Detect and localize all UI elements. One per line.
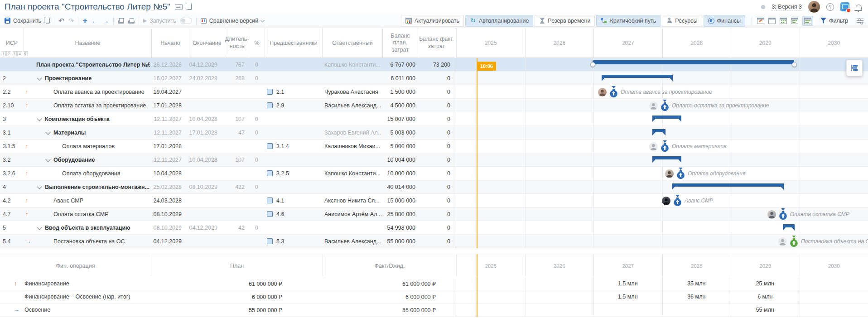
year-gridline: [800, 58, 800, 248]
toolbar-autoplan-button[interactable]: ↻Автопланирование: [465, 15, 533, 27]
end-date-cell: 08.10.2029: [189, 180, 217, 193]
col-header-fact-balance[interactable]: Баланс факт. затрат: [418, 28, 455, 58]
outdent-button[interactable]: ←: [92, 17, 98, 24]
wbs-level-2-button[interactable]: 2: [6, 51, 11, 56]
toolbar-resources-button[interactable]: Ресурсы: [662, 15, 702, 27]
table-row[interactable]: 4.2↑Аванс СМР24.03.20284.1Аксянов Никита…: [0, 194, 868, 207]
milestone-checkbox[interactable]: [267, 170, 273, 176]
percent-cell: 0: [255, 112, 264, 125]
col-header-plan-balance[interactable]: Баланс план. затрат: [383, 28, 418, 58]
wbs-level-3-button[interactable]: 3: [12, 51, 17, 56]
col-header-duration[interactable]: Длитель- ность: [225, 28, 249, 58]
view-calendar-week-icon[interactable]: [780, 18, 787, 24]
view-edit-icon[interactable]: [757, 18, 764, 24]
table-row[interactable]: 3Комплектация объекта12.11.202710.04.202…: [0, 112, 868, 126]
task-name: Материалы: [53, 126, 86, 139]
table-row[interactable]: 2Проектирование16.02.202724.02.202826806…: [0, 72, 868, 85]
task-card-icon[interactable]: [175, 4, 183, 10]
start-date-cell: 12.11.2027: [152, 112, 182, 125]
collapse-chevron-icon[interactable]: [45, 130, 50, 135]
year-gridline: [662, 277, 663, 317]
wbs-cell: 3.1: [3, 126, 24, 139]
table-row[interactable]: 3.1.5↑Оплата материалов17.01.20283.1.4Ка…: [0, 140, 868, 153]
view-calendar-month-icon[interactable]: [791, 18, 798, 24]
duplicate-button[interactable]: [45, 18, 50, 24]
finance-icon: ₽: [708, 18, 714, 24]
fin-plan-value: 55 000 000 ₽: [151, 304, 303, 316]
table-row[interactable]: 4Выполнение строительно-монтажн...25.02.…: [0, 180, 868, 194]
finance-row[interactable]: ↑Финансирование61 000 000 ₽61 000 000 ₽1…: [0, 277, 868, 290]
version-selector[interactable]: 3: Версия 3: [772, 4, 802, 10]
table-row[interactable]: 2.10↑Оплата остатка за проектирование17.…: [0, 99, 868, 112]
milestone-arrow-icon: →: [25, 235, 33, 248]
plan-balance-cell: 10 004 000: [383, 153, 415, 166]
notifications-bell-icon[interactable]: [856, 5, 862, 10]
fin-col-operation[interactable]: Фин. операция: [0, 254, 151, 278]
filter-funnel-icon: [820, 18, 826, 24]
filter-button[interactable]: Фильтр: [820, 18, 848, 24]
fin-col-plan[interactable]: План: [151, 254, 323, 278]
print-preview-button[interactable]: [128, 18, 135, 24]
collapse-chevron-icon[interactable]: [37, 116, 42, 121]
col-header-name[interactable]: Название: [24, 28, 152, 58]
user-avatar[interactable]: [808, 1, 820, 13]
collapse-chevron-icon[interactable]: [37, 75, 42, 80]
milestone-checkbox[interactable]: [267, 89, 273, 95]
open-panel-button[interactable]: [846, 60, 863, 76]
col-header-wbs[interactable]: ИСР12345: [0, 28, 24, 58]
year-gridline: [593, 58, 594, 248]
undo-button[interactable]: ↶: [58, 17, 64, 24]
table-row[interactable]: 5.4→Постановка объекта на ОС04.12.20295.…: [0, 235, 868, 248]
add-task-button[interactable]: +: [82, 17, 87, 25]
collapse-chevron-icon[interactable]: [37, 184, 42, 189]
toolbar-reserve-button[interactable]: Резерв времени: [535, 15, 595, 27]
compare-versions-button[interactable]: Сравнение версий: [201, 18, 264, 24]
col-header-responsible[interactable]: Ответственный: [323, 28, 383, 58]
save-button[interactable]: Сохранить: [5, 18, 41, 24]
priority-up-icon: ↑: [25, 167, 33, 180]
toolbar-critpath-button[interactable]: Критический путь: [596, 15, 661, 27]
end-date-cell: [189, 194, 217, 207]
milestone-checkbox[interactable]: [267, 198, 273, 203]
milestone-checkbox[interactable]: [267, 102, 273, 108]
toolbar-finance-button[interactable]: ₽Финансы: [704, 15, 745, 27]
collapse-chevron-icon[interactable]: [37, 225, 42, 230]
table-row[interactable]: 3.2.6↑Оплата оборудования10.04.20283.2.5…: [0, 167, 868, 180]
collapse-chevron-icon[interactable]: [45, 157, 50, 162]
table-row[interactable]: 3.2Оборудование12.11.202710.04.202810701…: [0, 153, 868, 167]
milestone-checkbox[interactable]: [267, 211, 273, 217]
col-header-predecessors[interactable]: Предшественники: [265, 28, 323, 58]
planner-app-icon[interactable]: [840, 2, 849, 11]
indent-button[interactable]: →: [102, 17, 109, 24]
fact-balance-cell: 0: [418, 153, 450, 166]
table-row[interactable]: 2.2↑Оплата аванса за проектирование19.04…: [0, 85, 868, 99]
fin-plan-value: 61 000 000 ₽: [151, 277, 303, 290]
fin-col-fact[interactable]: Факт/Ожид.: [323, 254, 456, 278]
view-calendar-icon[interactable]: [768, 18, 776, 24]
finance-row[interactable]: →Освоение55 000 000 ₽55 000 000 ₽55 млн: [0, 304, 868, 317]
wbs-level-1-button[interactable]: 1: [1, 51, 6, 56]
run-toggle[interactable]: [180, 18, 192, 24]
view-gantt-active[interactable]: [802, 16, 813, 26]
table-row[interactable]: 5Ввод объекта в эксплуатацию08.10.202904…: [0, 221, 868, 235]
copy-plan-icon[interactable]: [187, 4, 192, 10]
milestone-checkbox[interactable]: [267, 238, 273, 244]
history-clock-icon[interactable]: [826, 3, 834, 11]
percent-cell: [255, 167, 264, 180]
table-row[interactable]: 3.1Материалы12.11.202717.01.2028470Захар…: [0, 126, 868, 140]
wbs-level-4-button[interactable]: 4: [17, 51, 22, 56]
wbs-cell: 4: [3, 180, 24, 193]
redo-button[interactable]: ↷: [68, 17, 74, 24]
table-row[interactable]: 4.7↑Оплата остатка СМР08.10.20294.6Аниси…: [0, 207, 868, 221]
settings-sliders-icon[interactable]: [857, 18, 863, 24]
print-button[interactable]: [118, 18, 124, 24]
milestone-checkbox[interactable]: [267, 143, 273, 149]
table-row[interactable]: План проекта "Строительство Литер №5"26.…: [0, 58, 868, 72]
run-button[interactable]: ▶Запустить: [143, 18, 176, 24]
col-header-percent[interactable]: %: [249, 28, 265, 58]
col-header-end[interactable]: Окончание: [189, 28, 225, 58]
col-header-start[interactable]: Начало: [152, 28, 189, 58]
finance-row[interactable]: Финансирование – Освоение (нар. итог)6 0…: [0, 290, 868, 304]
toolbar-actualize-button[interactable]: Актуализировать: [401, 15, 464, 27]
plan-balance-cell: 25 000 000: [383, 207, 415, 221]
